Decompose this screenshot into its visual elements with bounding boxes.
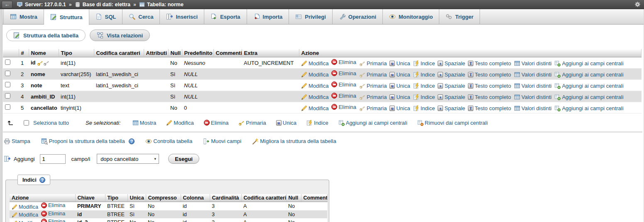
unique-link[interactable]: uUnica — [389, 105, 410, 111]
help-icon[interactable]: ? — [39, 177, 45, 183]
relations-icon — [97, 32, 103, 39]
tab-esporta[interactable]: Esporta — [204, 9, 247, 24]
unique-link[interactable]: uUnica — [389, 94, 410, 100]
breadcrumb-table[interactable]: Tabella: norme — [147, 2, 184, 7]
tab-inserisci[interactable]: Inserisci — [160, 9, 204, 24]
primary-link[interactable]: Primaria — [359, 83, 387, 89]
central-remove-selected-link[interactable]: Rimuovi dai campi centrali — [417, 120, 488, 126]
central-columns-add-link[interactable]: Aggiungi ai campi centrali — [554, 94, 623, 100]
index-link[interactable]: Indice — [413, 72, 435, 78]
help-icon[interactable]: ? — [129, 138, 135, 144]
tab-sql[interactable]: SQL — [89, 9, 123, 24]
delete-link[interactable]: Elimina — [331, 81, 356, 88]
modify-link[interactable]: Modifica — [301, 94, 328, 100]
tab-trigger[interactable]: Trigger — [439, 9, 480, 24]
drop-index-link[interactable]: Elimina — [41, 219, 65, 222]
move-columns-link[interactable]: Muovi campi — [203, 138, 241, 145]
tab-monitoraggio[interactable]: Monitoraggio — [383, 9, 439, 24]
back-button[interactable]: ← — [2, 1, 12, 8]
fulltext-link[interactable]: TTesto completo — [468, 60, 511, 67]
drop-index-link[interactable]: Elimina — [41, 202, 65, 208]
central-columns-add-link[interactable]: Aggiungi ai campi centrali — [554, 83, 623, 89]
spatial-link[interactable]: sSpaziale — [438, 60, 465, 67]
distinct-values-link[interactable]: Valori distinti — [514, 60, 552, 67]
row-checkbox[interactable] — [5, 93, 10, 99]
tab-cerca[interactable]: Cerca — [122, 9, 160, 24]
fulltext-link[interactable]: TTesto completo — [468, 72, 511, 78]
delete-link[interactable]: Elimina — [331, 93, 356, 99]
distinct-values-link[interactable]: Valori distinti — [514, 105, 552, 111]
modify-link[interactable]: Modifica — [301, 83, 328, 89]
edit-index-link[interactable]: Modifica — [12, 220, 38, 222]
fulltext-link[interactable]: TTesto completo — [468, 105, 511, 111]
central-columns-add-link[interactable]: Aggiungi ai campi centrali — [554, 105, 623, 111]
subtab-relation-view[interactable]: Vista relazioni — [90, 30, 150, 41]
index-link[interactable]: Indice — [413, 60, 435, 67]
index-selected-link[interactable]: Indice — [306, 120, 328, 126]
table-row: 4 ambiti_ID int(11) Sì NULL ModificaElim… — [3, 91, 642, 102]
row-checkbox[interactable] — [5, 82, 10, 87]
delete-link[interactable]: Elimina — [331, 104, 356, 110]
go-button[interactable]: Esegui — [168, 154, 199, 164]
distinct-values-link[interactable]: Valori distinti — [514, 94, 552, 100]
settings-gear-icon[interactable] — [634, 1, 641, 7]
database-icon — [75, 2, 81, 7]
row-checkbox[interactable] — [5, 71, 10, 76]
print-link[interactable]: Stampa — [4, 138, 30, 145]
primary-link[interactable]: Primaria — [359, 72, 387, 78]
row-checkbox[interactable] — [5, 59, 10, 65]
spatial-link[interactable]: sSpaziale — [438, 105, 465, 111]
breadcrumb-database[interactable]: Base di dati: elettra — [83, 2, 130, 7]
central-add-selected-link[interactable]: Aggiungi ai campi centrali — [338, 120, 407, 126]
improve-structure-link[interactable]: Migliora la struttura della tabella — [252, 138, 336, 145]
primary-selected-link[interactable]: Primaria — [238, 120, 266, 126]
unique-link[interactable]: uUnica — [389, 72, 410, 78]
spatial-link[interactable]: sSpaziale — [438, 94, 465, 100]
field-count-input[interactable] — [40, 154, 66, 164]
delete-selected-link[interactable]: Elimina — [204, 120, 229, 126]
spatial-link[interactable]: sSpaziale — [438, 83, 465, 89]
tab-importa[interactable]: Importa — [247, 9, 289, 24]
subtab-table-structure[interactable]: Struttura della tabella — [6, 30, 86, 41]
delete-icon — [331, 104, 337, 110]
tab-mostra[interactable]: Mostra — [3, 9, 44, 24]
index-link[interactable]: Indice — [413, 83, 435, 89]
spatial-link[interactable]: sSpaziale — [438, 72, 465, 78]
indexes-header-row: Azione Chiave Tipo Unica Compresso Colon… — [10, 194, 327, 202]
primary-link[interactable]: Primaria — [359, 94, 387, 100]
tab-operazioni[interactable]: Operazioni — [333, 9, 383, 24]
delete-link[interactable]: Elimina — [331, 59, 356, 65]
breadcrumb-server[interactable]: Server: 127.0.0.1 — [25, 2, 66, 7]
central-columns-add-link[interactable]: Aggiungi ai campi centrali — [554, 72, 623, 78]
fulltext-link[interactable]: TTesto completo — [468, 94, 511, 100]
edit-index-link[interactable]: Modifica — [12, 212, 38, 218]
position-select[interactable]: dopo cancellato ▾ — [97, 154, 159, 164]
select-all-checkbox[interactable] — [24, 120, 29, 126]
propose-structure-link[interactable]: Proponi la struttura della tabella ? — [41, 138, 135, 145]
select-all-link[interactable]: Seleziona tutto — [33, 120, 69, 126]
unique-link[interactable]: uUnica — [389, 83, 410, 89]
primary-link[interactable]: Primaria — [359, 105, 387, 111]
distinct-values-link[interactable]: Valori distinti — [514, 83, 552, 89]
tab-struttura[interactable]: Struttura — [44, 9, 89, 25]
modify-link[interactable]: Modifica — [301, 105, 328, 111]
row-checkbox[interactable] — [5, 104, 10, 110]
browse-selected-link[interactable]: Mostra — [132, 120, 157, 126]
modify-selected-link[interactable]: Modifica — [166, 120, 193, 126]
check-table-link[interactable]: Controlla tabella — [145, 138, 192, 145]
drop-index-link[interactable]: Elimina — [41, 211, 65, 217]
edit-index-link[interactable]: Modifica — [12, 204, 38, 210]
index-link[interactable]: Indice — [413, 94, 435, 100]
index-link[interactable]: Indice — [413, 105, 435, 111]
central-columns-add-link[interactable]: Aggiungi ai campi centrali — [554, 60, 623, 67]
modify-link[interactable]: Modifica — [301, 60, 328, 67]
primary-link[interactable]: Primaria — [359, 60, 387, 67]
wrench-icon — [339, 13, 345, 20]
fulltext-link[interactable]: TTesto completo — [468, 83, 511, 89]
unique-link[interactable]: uUnica — [389, 60, 410, 67]
modify-link[interactable]: Modifica — [301, 72, 328, 78]
distinct-values-link[interactable]: Valori distinti — [514, 72, 552, 78]
delete-link[interactable]: Elimina — [331, 70, 356, 76]
unique-selected-link[interactable]: uUnica — [276, 120, 296, 126]
tab-privilegi[interactable]: Privilegi — [289, 9, 333, 24]
